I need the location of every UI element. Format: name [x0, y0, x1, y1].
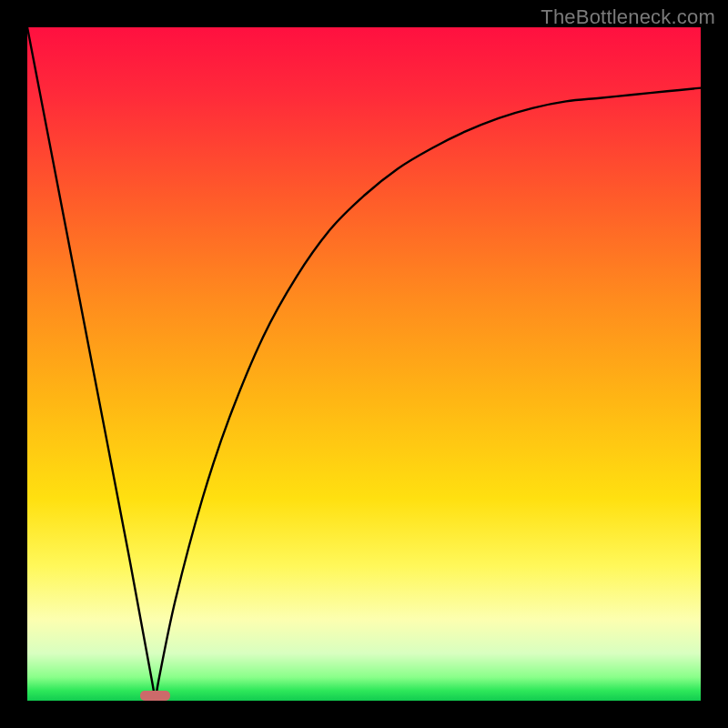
bottleneck-curve — [27, 27, 701, 701]
watermark-text: TheBottleneck.com — [541, 5, 715, 29]
curve-path — [27, 27, 701, 701]
chart-frame: TheBottleneck.com — [0, 0, 728, 728]
dip-marker — [140, 691, 170, 701]
plot-area — [27, 27, 701, 701]
